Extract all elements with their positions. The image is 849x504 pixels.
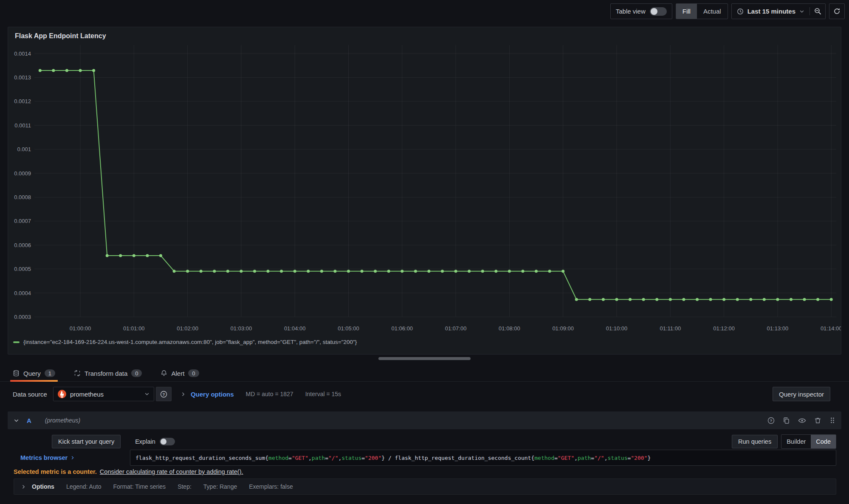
zoom-out-icon xyxy=(814,8,821,15)
svg-text:01:02:00: 01:02:00 xyxy=(177,325,198,332)
table-view-label: Table view xyxy=(616,8,646,15)
tab-query-label: Query xyxy=(23,370,41,377)
svg-text:?: ? xyxy=(162,392,165,397)
drag-handle-grip-icon[interactable] xyxy=(829,417,835,424)
svg-text:0.0009: 0.0009 xyxy=(14,170,31,177)
svg-text:01:12:00: 01:12:00 xyxy=(713,325,735,332)
options-type-summary: Type: Range xyxy=(203,483,237,490)
svg-text:01:08:00: 01:08:00 xyxy=(499,325,520,332)
svg-text:01:10:00: 01:10:00 xyxy=(606,325,628,332)
latency-panel: Flask App Endpoint Latency 0.00140.00130… xyxy=(8,27,841,355)
svg-text:0.0007: 0.0007 xyxy=(14,218,31,224)
metrics-browser-label: Metrics browser xyxy=(20,454,68,461)
svg-text:01:04:00: 01:04:00 xyxy=(284,325,306,332)
bell-icon xyxy=(161,370,167,377)
svg-text:?: ? xyxy=(770,418,773,423)
toggle-knob xyxy=(161,439,166,445)
clock-icon xyxy=(737,8,744,15)
query-inspector-button[interactable]: Query inspector xyxy=(773,387,830,401)
duplicate-query-icon[interactable] xyxy=(783,417,790,424)
tab-transform-data[interactable]: Transform data 0 xyxy=(74,365,142,381)
options-exemplars-summary: Exemplars: false xyxy=(249,483,293,490)
svg-text:01:11:00: 01:11:00 xyxy=(660,325,681,332)
options-legend-summary: Legend: Auto xyxy=(66,483,102,490)
svg-text:01:14:00: 01:14:00 xyxy=(821,325,841,332)
explain-toggle[interactable] xyxy=(160,438,175,445)
svg-text:0.0011: 0.0011 xyxy=(14,122,31,129)
chevron-down-icon xyxy=(144,391,149,397)
panel-resize-handle[interactable] xyxy=(378,357,471,360)
datasource-name: prometheus xyxy=(70,391,141,398)
svg-text:0.0006: 0.0006 xyxy=(14,242,31,248)
remove-query-trash-icon[interactable] xyxy=(814,417,821,424)
database-icon xyxy=(13,370,20,377)
query-options-summary-row[interactable]: Options Legend: Auto Format: Time series… xyxy=(14,479,836,495)
svg-text:0.0005: 0.0005 xyxy=(14,266,31,272)
table-view-control: Table view xyxy=(610,3,672,19)
query-ref-id[interactable]: A xyxy=(27,417,31,424)
query-toolbar: Kick start your query Explain Run querie… xyxy=(52,434,836,449)
svg-text:0.0012: 0.0012 xyxy=(14,98,31,104)
svg-text:0.0014: 0.0014 xyxy=(14,51,31,57)
tab-transform-badge: 0 xyxy=(131,369,142,377)
kick-start-query-button[interactable]: Kick start your query xyxy=(52,435,121,448)
svg-text:01:06:00: 01:06:00 xyxy=(391,325,413,332)
toggle-knob xyxy=(651,8,657,15)
tab-transform-label: Transform data xyxy=(85,370,127,377)
svg-text:01:03:00: 01:03:00 xyxy=(231,325,252,332)
datasource-label: Data source xyxy=(13,391,47,398)
table-view-toggle[interactable] xyxy=(650,7,667,16)
code-mode-button[interactable]: Code xyxy=(811,435,836,448)
svg-text:01:13:00: 01:13:00 xyxy=(767,325,789,332)
query-expression-input[interactable]: flask_http_request_duration_seconds_sum{… xyxy=(130,450,836,466)
query-datasource-hint: (prometheus) xyxy=(45,417,80,424)
svg-text:0.0008: 0.0008 xyxy=(14,194,31,200)
metrics-browser-toggle[interactable]: Metrics browser xyxy=(20,450,75,466)
tab-query-badge: 1 xyxy=(45,369,55,377)
actual-button[interactable]: Actual xyxy=(697,4,728,19)
svg-text:01:00:00: 01:00:00 xyxy=(70,325,91,332)
query-options-toggle[interactable]: Query options xyxy=(181,391,234,398)
fill-button[interactable]: Fill xyxy=(676,4,697,19)
svg-text:0.0003: 0.0003 xyxy=(14,314,31,320)
hide-response-eye-icon[interactable] xyxy=(798,417,806,424)
latency-chart[interactable]: 0.00140.00130.00120.00110.0010.00090.000… xyxy=(8,42,841,339)
query-help-icon[interactable]: ? xyxy=(767,417,775,424)
query-options-md-summary: MD = auto = 1827 xyxy=(246,391,293,397)
tab-query[interactable]: Query 1 xyxy=(13,365,55,381)
tab-alert[interactable]: Alert 0 xyxy=(161,365,199,381)
datasource-help-button[interactable]: ? xyxy=(156,387,172,401)
refresh-button[interactable] xyxy=(829,3,845,19)
time-range-picker[interactable]: Last 15 minutes xyxy=(732,8,810,15)
options-format-summary: Format: Time series xyxy=(113,483,166,490)
run-queries-button[interactable]: Run queries xyxy=(732,435,778,448)
options-label: Options xyxy=(32,483,54,490)
chevron-down-icon xyxy=(799,9,804,14)
chevron-right-icon xyxy=(181,392,186,397)
panel-editor-toolbar: Table view Fill Actual Last 15 minutes xyxy=(610,3,845,19)
editor-tabs: Query 1 Transform data 0 Alert 0 xyxy=(0,365,849,382)
promql-expression: flask_http_request_duration_seconds_sum{… xyxy=(135,455,651,461)
editor-mode-group: Builder Code xyxy=(781,434,836,449)
chevron-right-icon xyxy=(21,484,26,489)
svg-text:0.001: 0.001 xyxy=(17,146,31,152)
builder-mode-button[interactable]: Builder xyxy=(781,435,811,448)
chart-legend: {instance="ec2-184-169-216-224.us-west-1… xyxy=(8,339,841,345)
svg-text:01:05:00: 01:05:00 xyxy=(338,325,359,332)
query-row-header[interactable]: A (prometheus) ? xyxy=(8,411,841,429)
tab-alert-badge: 0 xyxy=(188,369,199,377)
warning-text: Selected metric is a counter. xyxy=(14,468,97,475)
series-label[interactable]: {instance="ec2-184-169-216-224.us-west-1… xyxy=(23,339,357,345)
prometheus-logo-icon xyxy=(58,390,66,398)
collapse-chevron-icon xyxy=(14,418,19,423)
svg-text:01:09:00: 01:09:00 xyxy=(552,325,574,332)
series-color-swatch xyxy=(13,341,20,343)
datasource-picker[interactable]: prometheus xyxy=(53,387,154,401)
tab-alert-label: Alert xyxy=(171,370,184,377)
refresh-icon xyxy=(833,8,841,15)
rate-hint-link[interactable]: Consider calculating rate of counter by … xyxy=(100,468,243,475)
panel-title[interactable]: Flask App Endpoint Latency xyxy=(8,27,841,40)
help-circle-icon: ? xyxy=(160,391,167,398)
zoom-out-button[interactable] xyxy=(810,7,825,15)
options-step-summary: Step: xyxy=(178,483,192,490)
